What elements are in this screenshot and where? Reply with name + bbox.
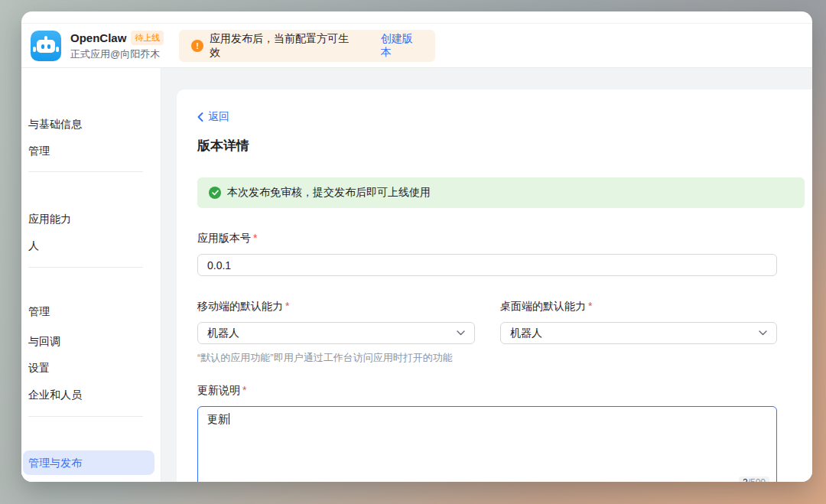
sidebar-divider — [28, 267, 143, 268]
app-header: OpenClaw 待上线 正式应用@向阳乔木 ! 应用发布后，当前配置方可生效 … — [21, 24, 812, 68]
create-version-link[interactable]: 创建版本 — [381, 32, 423, 60]
back-link[interactable]: 返回 — [197, 110, 229, 124]
mobile-capability-label: 移动端的默认能力* — [197, 300, 475, 314]
sidebar-item-org-members[interactable]: 企业和人员 — [23, 385, 154, 405]
chevron-down-icon — [759, 330, 767, 336]
version-detail-card: 返回 版本详情 本次发布免审核，提交发布后即可上线使用 应用版本号* — [177, 89, 812, 482]
sidebar: 与基础信息 管理 应用能力 人 管理 与回调 设置 企业和人员 管理与发布 — [21, 68, 161, 482]
char-counter: 2/500 — [739, 476, 769, 482]
update-notes-textarea[interactable]: 更新 2/500 — [197, 406, 777, 482]
field-app-version: 应用版本号* — [197, 232, 812, 276]
sidebar-item-manage-release[interactable]: 管理与发布 — [23, 450, 154, 475]
robot-head — [37, 40, 55, 53]
app-subtitle: 正式应用@向阳乔木 — [70, 47, 171, 61]
sidebar-item-bot[interactable]: 人 — [23, 236, 154, 255]
notice-text: 本次发布免审核，提交发布后即可上线使用 — [227, 186, 431, 200]
capability-hint: “默认的应用功能”即用户通过工作台访问应用时打开的功能 — [197, 351, 475, 365]
char-count-current: 2 — [743, 477, 748, 482]
sidebar-item-settings[interactable]: 设置 — [23, 358, 154, 378]
sidebar-item-manage[interactable]: 管理 — [23, 141, 154, 161]
desktop-capability-value: 机器人 — [510, 327, 542, 340]
robot-eye — [41, 44, 44, 49]
mobile-capability-select[interactable]: 机器人 — [197, 322, 475, 344]
review-exempt-notice: 本次发布免审核，提交发布后即可上线使用 — [197, 177, 805, 208]
warning-icon: ! — [191, 40, 203, 52]
back-label: 返回 — [208, 110, 229, 124]
required-mark: * — [285, 300, 289, 312]
robot-ear — [56, 47, 59, 52]
check-circle-icon — [209, 187, 221, 199]
required-mark: * — [588, 300, 592, 312]
app-meta: OpenClaw 待上线 正式应用@向阳乔木 — [70, 31, 171, 61]
desktop-capability-label: 桌面端的默认能力* — [500, 300, 777, 314]
sidebar-item-manage-2[interactable]: 管理 — [23, 301, 154, 321]
update-notes-label: 更新说明* — [197, 384, 812, 398]
robot-eye — [47, 44, 50, 49]
publish-warning-banner: ! 应用发布后，当前配置方可生效 创建版本 — [179, 30, 435, 62]
app-logo-robot-icon — [31, 31, 61, 61]
page-title: 版本详情 — [197, 137, 812, 154]
update-notes-value: 更新 — [207, 413, 229, 425]
required-mark: * — [242, 384, 246, 396]
content-area: 返回 版本详情 本次发布免审核，提交发布后即可上线使用 应用版本号* — [161, 68, 812, 482]
sidebar-item-callback[interactable]: 与回调 — [23, 331, 154, 351]
version-input[interactable] — [197, 254, 777, 276]
required-mark: * — [253, 232, 257, 244]
chevron-down-icon — [457, 330, 465, 336]
sidebar-item-app-capability[interactable]: 应用能力 — [23, 209, 154, 229]
capability-selects-row: 移动端的默认能力* 机器人 “默认的应用功能”即用户通过工作台访问应用时打开的功… — [197, 300, 812, 365]
desktop-capability-select[interactable]: 机器人 — [500, 322, 777, 344]
field-update-notes: 更新说明* 更新 2/500 — [197, 384, 812, 482]
text-caret — [229, 413, 229, 424]
mobile-capability-value: 机器人 — [207, 327, 239, 340]
sidebar-item-basic-info[interactable]: 与基础信息 — [23, 114, 154, 134]
app-name: OpenClaw — [70, 31, 126, 44]
status-badge: 待上线 — [131, 31, 164, 45]
char-count-max: /500 — [748, 477, 766, 482]
sidebar-divider — [28, 416, 143, 417]
app-window: OpenClaw 待上线 正式应用@向阳乔木 ! 应用发布后，当前配置方可生效 … — [21, 11, 812, 482]
chevron-left-icon — [197, 112, 203, 122]
robot-ear — [33, 47, 36, 52]
version-label: 应用版本号* — [197, 232, 812, 245]
warning-banner-text: 应用发布后，当前配置方可生效 — [210, 32, 358, 60]
field-desktop-capability: 桌面端的默认能力* 机器人 — [500, 300, 777, 365]
field-mobile-capability: 移动端的默认能力* 机器人 “默认的应用功能”即用户通过工作台访问应用时打开的功… — [197, 300, 475, 365]
window-body: 与基础信息 管理 应用能力 人 管理 与回调 设置 企业和人员 管理与发布 返回 — [21, 68, 812, 482]
window-top-strip — [21, 11, 812, 24]
sidebar-divider — [28, 171, 143, 172]
